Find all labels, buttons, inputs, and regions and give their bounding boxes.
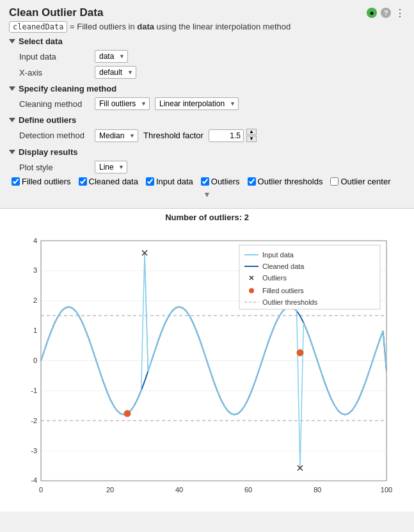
svg-text:0: 0 bbox=[33, 357, 36, 364]
checkbox-outlier-thresholds-input[interactable] bbox=[248, 177, 256, 186]
svg-text:-3: -3 bbox=[31, 447, 37, 455]
xaxis-select[interactable]: default bbox=[95, 66, 136, 79]
svg-text:-2: -2 bbox=[31, 417, 37, 424]
legend-input-label: Input data bbox=[262, 251, 294, 259]
checkbox-cleaned-data[interactable]: Cleaned data bbox=[79, 177, 138, 186]
cleaning-method-label: Cleaning method bbox=[19, 99, 90, 109]
status-indicator: ● bbox=[367, 8, 377, 18]
section-select-data-label: Select data bbox=[19, 36, 63, 46]
plot-style-label: Plot style bbox=[19, 163, 90, 172]
checkbox-outliers-input[interactable] bbox=[201, 177, 209, 186]
subtitle-rest: using the linear interpolation method bbox=[157, 22, 291, 31]
threshold-down-button[interactable]: ▼ bbox=[246, 136, 257, 142]
chart-svg: 4 3 2 1 0 -1 -2 -3 -4 0 20 40 60 80 100 bbox=[9, 225, 406, 506]
input-data-select[interactable]: data bbox=[95, 50, 128, 63]
section-display-results[interactable]: Display results bbox=[9, 147, 405, 157]
collapse-arrow-icon: ▼ bbox=[203, 190, 211, 199]
checkbox-input-data[interactable]: Input data bbox=[146, 177, 193, 186]
plot-style-row: Plot style Line bbox=[19, 161, 405, 173]
cleaning-method-row: Cleaning method Fill outliers Linear int… bbox=[19, 97, 405, 110]
collapse-icon-outliers bbox=[9, 118, 15, 122]
chart-container: 4 3 2 1 0 -1 -2 -3 -4 0 20 40 60 80 100 bbox=[9, 225, 406, 506]
collapse-icon-display bbox=[9, 150, 15, 154]
page-title: Clean Outlier Data bbox=[9, 6, 103, 19]
plot-style-select-wrapper: Line bbox=[95, 161, 127, 173]
subtitle-text: = Filled outliers in bbox=[70, 22, 137, 31]
xaxis-row: X-axis default bbox=[19, 66, 405, 79]
threshold-value-input[interactable] bbox=[209, 129, 244, 142]
chart-title: Number of outliers: 2 bbox=[5, 213, 409, 222]
xaxis-label: X-axis bbox=[19, 68, 90, 77]
svg-text:-1: -1 bbox=[31, 387, 37, 394]
checkbox-filled-outliers-input[interactable] bbox=[12, 177, 20, 186]
input-data-label: Input data bbox=[19, 52, 90, 61]
section-display-label: Display results bbox=[19, 147, 78, 157]
checkbox-outlier-thresholds[interactable]: Outlier thresholds bbox=[248, 177, 323, 186]
collapse-icon-select-data bbox=[9, 39, 15, 44]
section-cleaning-label: Specify cleaning method bbox=[19, 84, 116, 93]
chart-panel: Number of outliers: 2 4 3 bbox=[0, 209, 414, 512]
filled-outlier-1 bbox=[124, 410, 131, 417]
checkbox-input-data-input[interactable] bbox=[146, 177, 154, 186]
svg-text:1: 1 bbox=[33, 326, 36, 334]
svg-text:2: 2 bbox=[33, 296, 36, 304]
svg-text:3: 3 bbox=[33, 266, 36, 274]
legend-filled-dot bbox=[249, 288, 254, 293]
svg-text:0: 0 bbox=[38, 486, 42, 494]
threshold-label: Threshold factor bbox=[143, 131, 203, 140]
checkbox-filled-outliers[interactable]: Filled outliers bbox=[12, 177, 71, 186]
legend-cleaned-label: Cleaned data bbox=[262, 262, 305, 270]
svg-text:-4: -4 bbox=[31, 476, 37, 484]
svg-text:20: 20 bbox=[106, 486, 113, 494]
checkbox-outlier-center-input[interactable] bbox=[330, 177, 338, 186]
detection-method-select-wrapper: Median bbox=[95, 129, 138, 142]
menu-icon[interactable]: ⋮ bbox=[395, 7, 405, 19]
input-data-select-wrapper: data bbox=[95, 50, 128, 63]
subtitle-bold: data bbox=[137, 22, 154, 31]
cleaning-method-select[interactable]: Fill outliers bbox=[95, 97, 150, 110]
checkbox-outliers[interactable]: Outliers bbox=[201, 177, 240, 186]
input-data-row: Input data data bbox=[19, 50, 405, 63]
section-cleaning-method[interactable]: Specify cleaning method bbox=[9, 84, 405, 93]
threshold-spinners: ▲ ▼ bbox=[246, 129, 257, 142]
section-define-label: Define outliers bbox=[19, 115, 76, 125]
detection-method-select[interactable]: Median bbox=[95, 129, 138, 142]
plot-style-select[interactable]: Line bbox=[95, 161, 127, 173]
checkbox-outlier-center[interactable]: Outlier center bbox=[330, 177, 390, 186]
subtitle-row: cleanedData = Filled outliers in data us… bbox=[9, 22, 405, 31]
interpolation-select-wrapper: Linear interpolation bbox=[155, 97, 239, 110]
svg-text:80: 80 bbox=[313, 486, 321, 494]
help-icon[interactable]: ? bbox=[381, 8, 391, 18]
collapse-icon-cleaning bbox=[9, 86, 15, 91]
svg-text:4: 4 bbox=[33, 237, 36, 245]
legend-outliers-label: Outliers bbox=[262, 274, 287, 282]
threshold-input-group: ▲ ▼ bbox=[209, 129, 257, 142]
xaxis-select-wrapper: default bbox=[95, 66, 136, 79]
section-select-data[interactable]: Select data bbox=[9, 36, 405, 46]
legend-threshold-label: Outlier thresholds bbox=[262, 298, 318, 306]
collapse-arrow[interactable]: ▼ bbox=[9, 189, 405, 199]
interpolation-select[interactable]: Linear interpolation bbox=[155, 97, 239, 110]
filled-outlier-2 bbox=[297, 350, 303, 356]
threshold-up-button[interactable]: ▲ bbox=[246, 129, 257, 135]
checkbox-cleaned-data-input[interactable] bbox=[79, 177, 87, 186]
legend-filled-label: Filled outliers bbox=[262, 287, 304, 294]
detection-method-row: Detection method Median Threshold factor… bbox=[19, 129, 405, 142]
cleaning-method-select-wrapper: Fill outliers bbox=[95, 97, 150, 110]
code-tag: cleanedData bbox=[9, 21, 67, 33]
checkboxes-row: Filled outliers Cleaned data Input data … bbox=[12, 177, 405, 186]
svg-text:100: 100 bbox=[380, 486, 392, 494]
svg-text:60: 60 bbox=[244, 486, 251, 494]
section-define-outliers[interactable]: Define outliers bbox=[9, 115, 405, 125]
detection-method-label: Detection method bbox=[19, 131, 90, 140]
svg-text:40: 40 bbox=[175, 486, 182, 494]
